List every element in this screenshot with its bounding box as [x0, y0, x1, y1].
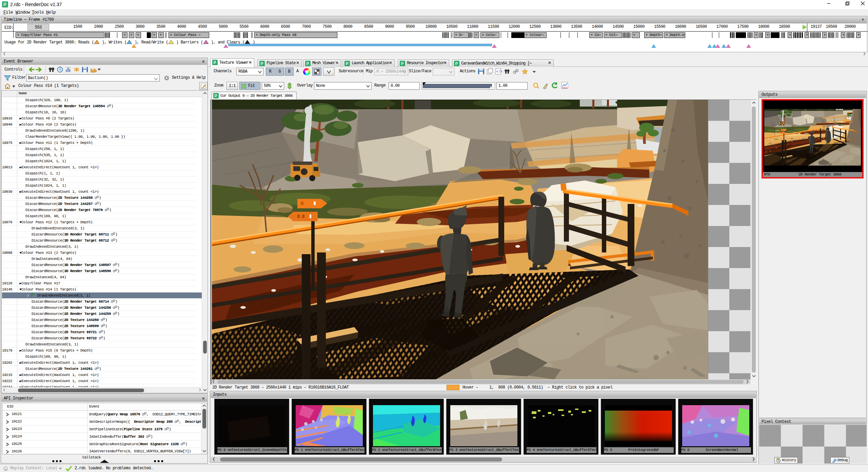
svg-text:</>: </> — [496, 70, 502, 74]
